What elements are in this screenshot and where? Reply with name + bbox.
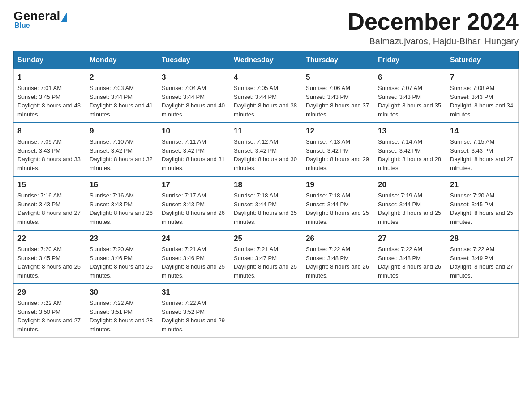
sunrise-label: Sunrise: 7:22 AM (378, 246, 422, 253)
sunrise-label: Sunrise: 7:19 AM (378, 192, 422, 199)
day-info: Sunrise: 7:18 AM Sunset: 3:44 PM Dayligh… (306, 191, 370, 226)
table-row: 21 Sunrise: 7:20 AM Sunset: 3:45 PM Dayl… (446, 176, 519, 230)
day-number: 1 (17, 73, 82, 82)
day-number: 3 (162, 73, 226, 82)
table-row (302, 284, 374, 338)
calendar-table: Sunday Monday Tuesday Wednesday Thursday… (13, 51, 519, 338)
logo-arrow-icon (61, 12, 67, 22)
daylight-label: Daylight: 8 hours and 25 minutes. (90, 263, 153, 279)
day-number: 2 (90, 73, 154, 82)
table-row: 26 Sunrise: 7:22 AM Sunset: 3:48 PM Dayl… (302, 230, 374, 284)
logo-blue-text: Blue (14, 21, 30, 30)
day-info: Sunrise: 7:09 AM Sunset: 3:43 PM Dayligh… (17, 137, 82, 172)
day-info: Sunrise: 7:13 AM Sunset: 3:42 PM Dayligh… (306, 137, 370, 172)
day-info: Sunrise: 7:18 AM Sunset: 3:44 PM Dayligh… (234, 191, 298, 226)
day-info: Sunrise: 7:08 AM Sunset: 3:43 PM Dayligh… (450, 84, 515, 119)
col-header-monday: Monday (86, 51, 158, 69)
table-row: 24 Sunrise: 7:21 AM Sunset: 3:46 PM Dayl… (158, 230, 230, 284)
sunset-label: Sunset: 3:44 PM (378, 201, 421, 208)
sunrise-label: Sunrise: 7:22 AM (450, 246, 494, 253)
daylight-label: Daylight: 8 hours and 29 minutes. (306, 156, 369, 171)
day-info: Sunrise: 7:20 AM Sunset: 3:45 PM Dayligh… (450, 191, 515, 226)
table-row: 5 Sunrise: 7:06 AM Sunset: 3:43 PM Dayli… (302, 69, 374, 123)
sunset-label: Sunset: 3:42 PM (378, 147, 421, 154)
day-number: 26 (306, 234, 370, 243)
sunrise-label: Sunrise: 7:08 AM (450, 85, 494, 91)
day-number: 21 (450, 180, 515, 189)
day-number: 22 (17, 234, 82, 243)
sunset-label: Sunset: 3:42 PM (306, 147, 349, 154)
day-number: 12 (306, 127, 370, 136)
table-row: 28 Sunrise: 7:22 AM Sunset: 3:49 PM Dayl… (446, 230, 519, 284)
sunset-label: Sunset: 3:48 PM (378, 255, 421, 261)
sunrise-label: Sunrise: 7:22 AM (17, 300, 62, 306)
table-row: 25 Sunrise: 7:21 AM Sunset: 3:47 PM Dayl… (230, 230, 302, 284)
day-info: Sunrise: 7:22 AM Sunset: 3:52 PM Dayligh… (162, 299, 226, 334)
daylight-label: Daylight: 8 hours and 26 minutes. (378, 263, 441, 279)
sunrise-label: Sunrise: 7:22 AM (162, 300, 206, 306)
table-row: 9 Sunrise: 7:10 AM Sunset: 3:42 PM Dayli… (86, 123, 158, 176)
table-row: 7 Sunrise: 7:08 AM Sunset: 3:43 PM Dayli… (446, 69, 519, 123)
day-info: Sunrise: 7:14 AM Sunset: 3:42 PM Dayligh… (378, 137, 442, 172)
sunset-label: Sunset: 3:42 PM (234, 147, 277, 154)
sunset-label: Sunset: 3:42 PM (162, 147, 205, 154)
day-info: Sunrise: 7:06 AM Sunset: 3:43 PM Dayligh… (306, 84, 370, 119)
table-row: 29 Sunrise: 7:22 AM Sunset: 3:50 PM Dayl… (14, 284, 86, 338)
calendar-week-row: 8 Sunrise: 7:09 AM Sunset: 3:43 PM Dayli… (14, 123, 519, 176)
daylight-label: Daylight: 8 hours and 29 minutes. (162, 317, 225, 333)
sunset-label: Sunset: 3:45 PM (17, 255, 60, 261)
col-header-tuesday: Tuesday (158, 51, 230, 69)
day-info: Sunrise: 7:10 AM Sunset: 3:42 PM Dayligh… (90, 137, 154, 172)
day-info: Sunrise: 7:16 AM Sunset: 3:43 PM Dayligh… (17, 191, 82, 226)
daylight-label: Daylight: 8 hours and 33 minutes. (17, 156, 81, 171)
sunset-label: Sunset: 3:43 PM (306, 94, 349, 100)
day-number: 28 (450, 234, 515, 243)
day-number: 15 (17, 180, 82, 189)
day-info: Sunrise: 7:20 AM Sunset: 3:46 PM Dayligh… (90, 245, 154, 280)
calendar-week-row: 22 Sunrise: 7:20 AM Sunset: 3:45 PM Dayl… (14, 230, 519, 284)
daylight-label: Daylight: 8 hours and 32 minutes. (90, 156, 153, 171)
table-row: 20 Sunrise: 7:19 AM Sunset: 3:44 PM Dayl… (374, 176, 446, 230)
sunset-label: Sunset: 3:44 PM (234, 94, 277, 100)
daylight-label: Daylight: 8 hours and 26 minutes. (90, 210, 153, 225)
day-number: 25 (234, 234, 298, 243)
sunrise-label: Sunrise: 7:03 AM (90, 85, 134, 91)
table-row: 14 Sunrise: 7:15 AM Sunset: 3:43 PM Dayl… (446, 123, 519, 176)
sunrise-label: Sunrise: 7:21 AM (162, 246, 206, 253)
sunrise-label: Sunrise: 7:20 AM (90, 246, 134, 253)
sunset-label: Sunset: 3:48 PM (306, 255, 349, 261)
calendar-week-row: 29 Sunrise: 7:22 AM Sunset: 3:50 PM Dayl… (14, 284, 519, 338)
table-row: 19 Sunrise: 7:18 AM Sunset: 3:44 PM Dayl… (302, 176, 374, 230)
day-number: 13 (378, 127, 442, 136)
calendar-week-row: 1 Sunrise: 7:01 AM Sunset: 3:45 PM Dayli… (14, 69, 519, 123)
col-header-saturday: Saturday (446, 51, 519, 69)
daylight-label: Daylight: 8 hours and 25 minutes. (234, 263, 297, 279)
table-row: 10 Sunrise: 7:11 AM Sunset: 3:42 PM Dayl… (158, 123, 230, 176)
sunset-label: Sunset: 3:43 PM (17, 147, 60, 154)
table-row: 3 Sunrise: 7:04 AM Sunset: 3:44 PM Dayli… (158, 69, 230, 123)
daylight-label: Daylight: 8 hours and 35 minutes. (378, 102, 441, 118)
day-info: Sunrise: 7:22 AM Sunset: 3:50 PM Dayligh… (17, 299, 82, 334)
sunrise-label: Sunrise: 7:20 AM (450, 192, 494, 199)
day-info: Sunrise: 7:07 AM Sunset: 3:43 PM Dayligh… (378, 84, 442, 119)
sunrise-label: Sunrise: 7:14 AM (378, 138, 422, 145)
day-number: 27 (378, 234, 442, 243)
sunrise-label: Sunrise: 7:11 AM (162, 138, 206, 145)
sunset-label: Sunset: 3:50 PM (17, 308, 60, 315)
sunrise-label: Sunrise: 7:12 AM (234, 138, 278, 145)
day-number: 19 (306, 180, 370, 189)
table-row (374, 284, 446, 338)
table-row: 12 Sunrise: 7:13 AM Sunset: 3:42 PM Dayl… (302, 123, 374, 176)
daylight-label: Daylight: 8 hours and 26 minutes. (306, 263, 369, 279)
day-info: Sunrise: 7:05 AM Sunset: 3:44 PM Dayligh… (234, 84, 298, 119)
daylight-label: Daylight: 8 hours and 28 minutes. (378, 156, 441, 171)
sunrise-label: Sunrise: 7:01 AM (17, 85, 62, 91)
sunset-label: Sunset: 3:49 PM (450, 255, 493, 261)
table-row: 1 Sunrise: 7:01 AM Sunset: 3:45 PM Dayli… (14, 69, 86, 123)
sunset-label: Sunset: 3:46 PM (90, 255, 133, 261)
col-header-thursday: Thursday (302, 51, 374, 69)
sunset-label: Sunset: 3:43 PM (162, 201, 205, 208)
sunset-label: Sunset: 3:47 PM (234, 255, 277, 261)
sunset-label: Sunset: 3:45 PM (450, 201, 493, 208)
sunrise-label: Sunrise: 7:22 AM (90, 300, 134, 306)
